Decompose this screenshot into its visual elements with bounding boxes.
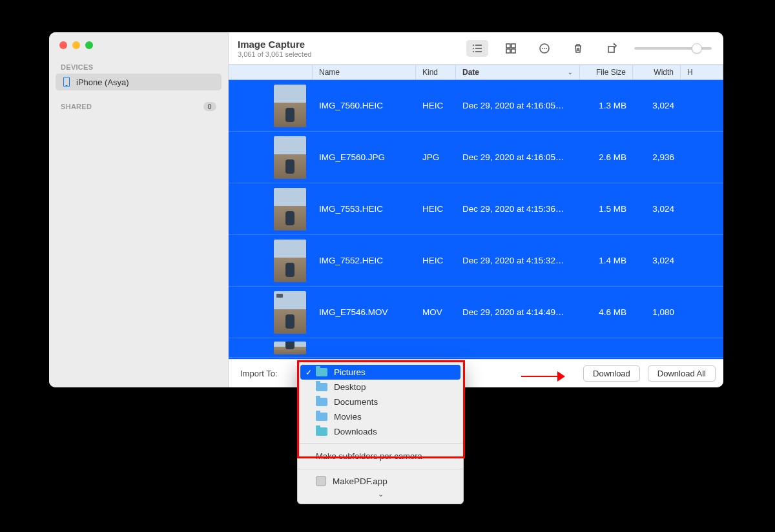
sidebar: DEVICES iPhone (Asya) SHARED 0 [49, 32, 229, 387]
column-kind[interactable]: Kind [416, 65, 456, 79]
grid-icon [505, 43, 517, 54]
sidebar-item-iphone[interactable]: iPhone (Asya) [56, 74, 222, 90]
dropdown-subfolders-option[interactable]: Make subfolders per camera [298, 447, 463, 465]
window-controls [49, 41, 228, 59]
maximize-button[interactable] [85, 41, 93, 49]
column-height[interactable]: H [681, 65, 723, 79]
svg-point-0 [473, 45, 474, 46]
cell-size: 4.6 MB [580, 307, 633, 317]
close-button[interactable] [59, 41, 67, 49]
slider-knob[interactable] [692, 43, 702, 54]
cell-width: 3,024 [633, 256, 681, 265]
svg-rect-6 [506, 44, 510, 48]
cell-kind: HEIC [416, 204, 456, 214]
dropdown-item-movies[interactable]: Movies [298, 409, 463, 424]
dropdown-item-desktop[interactable]: Desktop [298, 380, 463, 394]
cell-width: 1,080 [633, 307, 681, 317]
rotate-icon [606, 43, 617, 54]
app-icon [316, 476, 326, 486]
cell-size: 1.4 MB [580, 256, 633, 265]
more-button[interactable] [533, 40, 555, 57]
cell-size: 1.5 MB [580, 204, 633, 214]
column-name[interactable]: Name [313, 65, 416, 79]
cell-width: 3,024 [633, 101, 681, 110]
toolbar: Image Capture 3,061 of 3,061 selected [229, 32, 723, 65]
cell-date: Dec 29, 2020 at 4:15:36… [456, 204, 580, 214]
dropdown-separator [298, 469, 463, 469]
checkmark-icon: ✓ [305, 368, 312, 377]
cell-kind: JPG [416, 152, 456, 162]
table-row[interactable]: IMG_7560.HEIC HEIC Dec 29, 2020 at 4:16:… [229, 80, 723, 132]
list-view-button[interactable] [466, 40, 488, 57]
dropdown-item-documents[interactable]: Documents [298, 394, 463, 409]
rotate-button[interactable] [601, 40, 623, 57]
svg-point-12 [544, 48, 545, 49]
sort-descending-icon: ⌄ [568, 69, 573, 76]
folder-icon [316, 368, 327, 376]
cell-name: IMG_7553.HEIC [313, 204, 416, 214]
minimize-button[interactable] [72, 41, 80, 49]
ellipsis-icon [539, 43, 550, 54]
zoom-slider[interactable] [634, 47, 712, 50]
folder-icon [316, 427, 327, 436]
folder-icon [316, 398, 327, 406]
dropdown-item-downloads[interactable]: Downloads [298, 424, 463, 439]
list-icon [471, 43, 483, 54]
cell-width: 2,936 [633, 152, 681, 162]
download-all-button[interactable]: Download All [648, 365, 716, 382]
column-date[interactable]: Date⌄ [456, 65, 580, 79]
cell-kind: MOV [416, 307, 456, 317]
table-row[interactable] [229, 338, 723, 358]
dropdown-item-label: Documents [334, 397, 378, 407]
dropdown-item-makepdf[interactable]: MakePDF.app [298, 473, 463, 489]
cell-date: Dec 29, 2020 at 4:15:32… [456, 256, 580, 265]
table-row[interactable]: IMG_7552.HEIC HEIC Dec 29, 2020 at 4:15:… [229, 235, 723, 287]
cell-kind: HEIC [416, 101, 456, 110]
file-list: IMG_7560.HEIC HEIC Dec 29, 2020 at 4:16:… [229, 80, 723, 359]
thumbnail-icon [274, 136, 306, 179]
dropdown-item-pictures[interactable]: ✓ Pictures [300, 365, 460, 380]
folder-icon [316, 383, 327, 391]
svg-point-13 [546, 48, 547, 49]
cell-width: 3,024 [633, 204, 681, 214]
thumbnail-icon [274, 342, 306, 354]
selection-count: 3,061 of 3,061 selected [238, 50, 311, 58]
sidebar-section-shared: SHARED 0 [49, 98, 228, 114]
thumbnail-icon [274, 240, 306, 282]
import-to-dropdown[interactable]: ✓ Pictures Desktop Documents Movies Down… [297, 362, 464, 504]
thumbnail-icon [274, 85, 306, 127]
cell-date: Dec 29, 2020 at 4:14:49… [456, 307, 580, 317]
cell-size: 1.3 MB [580, 101, 633, 110]
svg-point-4 [473, 51, 474, 52]
delete-button[interactable] [567, 40, 589, 57]
dropdown-separator [298, 443, 463, 444]
column-width[interactable]: Width [633, 65, 681, 79]
table-header: Name Kind Date⌄ File Size Width H [229, 65, 723, 80]
app-title: Image Capture [238, 39, 311, 50]
trash-icon [572, 43, 584, 54]
svg-rect-8 [506, 49, 510, 53]
dropdown-item-label: Movies [334, 412, 362, 422]
download-button[interactable]: Download [583, 365, 640, 382]
svg-rect-9 [512, 49, 515, 53]
table-row[interactable]: IMG_7553.HEIC HEIC Dec 29, 2020 at 4:15:… [229, 183, 723, 235]
dropdown-item-label: MakePDF.app [333, 476, 388, 486]
svg-point-11 [542, 48, 543, 49]
column-file-size[interactable]: File Size [580, 65, 633, 79]
grid-view-button[interactable] [500, 40, 522, 57]
cell-name: IMG_7552.HEIC [313, 256, 416, 265]
svg-rect-7 [512, 44, 515, 48]
cell-date: Dec 29, 2020 at 4:16:05… [456, 101, 580, 110]
dropdown-item-label: Desktop [334, 382, 366, 392]
column-thumbnail[interactable] [229, 65, 313, 79]
table-row[interactable]: IMG_E7546.MOV MOV Dec 29, 2020 at 4:14:4… [229, 287, 723, 338]
table-row[interactable]: IMG_E7560.JPG JPG Dec 29, 2020 at 4:16:0… [229, 132, 723, 183]
cell-date: Dec 29, 2020 at 4:16:05… [456, 152, 580, 162]
dropdown-more-chevron[interactable]: ⌄ [298, 489, 463, 501]
svg-point-2 [473, 48, 474, 49]
dropdown-item-label: Downloads [334, 427, 377, 436]
thumbnail-icon [274, 291, 306, 334]
cell-size: 2.6 MB [580, 152, 633, 162]
phone-icon [63, 77, 70, 87]
image-capture-window: DEVICES iPhone (Asya) SHARED 0 Image Cap… [49, 32, 723, 387]
